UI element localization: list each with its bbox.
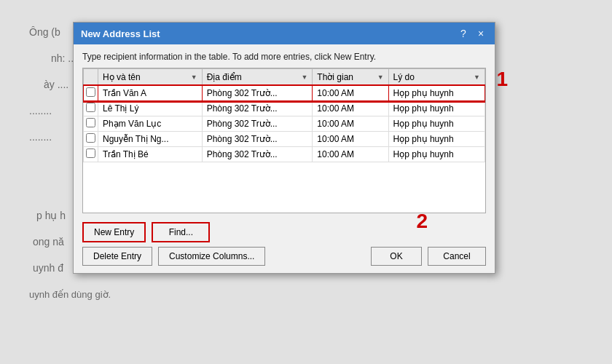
row-3-checkbox-cell bbox=[84, 132, 98, 147]
new-address-list-dialog: New Address List ? × Type recipient info… bbox=[73, 22, 495, 274]
col-header-name[interactable]: Họ và tên ▼ bbox=[98, 69, 203, 86]
delete-entry-button[interactable]: Delete Entry bbox=[82, 247, 152, 266]
row-0-cell-thoi_gian: 10:00 AM bbox=[313, 86, 388, 101]
row-3-cell-ly_do: Họp phụ huynh bbox=[388, 132, 484, 147]
titlebar-controls: ? × bbox=[457, 27, 487, 40]
table-row[interactable]: Phạm Văn LụcPhòng 302 Trườ...10:00 AMHọp… bbox=[84, 116, 485, 132]
address-table: Họ và tên ▼ Địa điểm ▼ bbox=[83, 68, 485, 162]
btn-right-group: 2 OK Cancel bbox=[371, 247, 486, 266]
table-body: Trần Văn APhòng 302 Trườ...10:00 AMHọp p… bbox=[84, 86, 485, 162]
row-1-cell-thoi_gian: 10:00 AM bbox=[313, 101, 388, 116]
new-entry-button[interactable]: New Entry bbox=[82, 222, 146, 242]
help-button[interactable]: ? bbox=[457, 27, 470, 40]
col-location-arrow: ▼ bbox=[301, 74, 307, 81]
row-1-cell-ly_do: Họp phụ huynh bbox=[388, 101, 484, 116]
row-0-checkbox-cell bbox=[84, 86, 98, 101]
row-0-checkbox[interactable] bbox=[86, 87, 95, 97]
row-2-cell-ly_do: Họp phụ huynh bbox=[388, 116, 484, 132]
table-wrapper: Họ và tên ▼ Địa điểm ▼ bbox=[82, 68, 486, 213]
col-header-time[interactable]: Thời gian ▼ bbox=[313, 69, 388, 86]
table-header-row: Họ và tên ▼ Địa điểm ▼ bbox=[84, 69, 485, 86]
row-0-cell-ho_va_ten: Trần Văn A bbox=[98, 86, 203, 101]
row-0-cell-dia_diem: Phòng 302 Trườ... bbox=[202, 86, 313, 101]
dialog-title: New Address List bbox=[81, 28, 160, 39]
dialog-body: Type recipient information in the table.… bbox=[74, 44, 495, 273]
row-1-checkbox-cell bbox=[84, 101, 98, 116]
row-4-cell-thoi_gian: 10:00 AM bbox=[313, 147, 388, 162]
row-1-cell-dia_diem: Phòng 302 Trườ... bbox=[202, 101, 313, 116]
cancel-button[interactable]: Cancel bbox=[428, 247, 486, 266]
data-table-container: Họ và tên ▼ Địa điểm ▼ bbox=[82, 68, 486, 213]
row-0-cell-ly_do: Họp phụ huynh bbox=[388, 86, 484, 101]
annotation-1: 1 bbox=[496, 68, 508, 91]
row-1-cell-ho_va_ten: Lê Thị Lý bbox=[98, 101, 203, 116]
instruction-text: Type recipient information in the table.… bbox=[82, 52, 486, 62]
row-3-cell-ho_va_ten: Nguyễn Thị Ng... bbox=[98, 132, 203, 147]
customize-columns-button[interactable]: Customize Columns... bbox=[158, 247, 265, 266]
row-4-cell-dia_diem: Phòng 302 Trườ... bbox=[202, 147, 313, 162]
row-3-checkbox[interactable] bbox=[86, 133, 95, 143]
ok-button[interactable]: OK bbox=[371, 247, 422, 266]
row-3-cell-dia_diem: Phòng 302 Trườ... bbox=[202, 132, 313, 147]
row-4-checkbox[interactable] bbox=[86, 149, 95, 158]
col-header-location[interactable]: Địa điểm ▼ bbox=[202, 69, 313, 86]
table-row[interactable]: Lê Thị LýPhòng 302 Trườ...10:00 AMHọp ph… bbox=[84, 101, 485, 116]
table-row[interactable]: Trần Văn APhòng 302 Trườ...10:00 AMHọp p… bbox=[84, 86, 485, 101]
row-2-checkbox-cell bbox=[84, 116, 98, 132]
row-2-cell-dia_diem: Phòng 302 Trườ... bbox=[202, 116, 313, 132]
row-2-cell-thoi_gian: 10:00 AM bbox=[313, 116, 388, 132]
checkbox-header bbox=[84, 69, 98, 86]
find-button[interactable]: Find... bbox=[152, 222, 210, 242]
row-2-cell-ho_va_ten: Phạm Văn Lục bbox=[98, 116, 203, 132]
row-4-checkbox-cell bbox=[84, 147, 98, 162]
btn-left-group: Delete Entry Customize Columns... bbox=[82, 247, 265, 266]
table-row[interactable]: Trần Thị BéPhòng 302 Trườ...10:00 AMHọp … bbox=[84, 147, 485, 162]
col-name-arrow: ▼ bbox=[191, 74, 197, 81]
button-row-2: Delete Entry Customize Columns... 2 OK C… bbox=[82, 247, 486, 266]
annotation-2: 2 bbox=[416, 210, 428, 233]
close-button[interactable]: × bbox=[474, 27, 487, 40]
row-1-checkbox[interactable] bbox=[86, 103, 95, 112]
dialog-titlebar: New Address List ? × bbox=[74, 23, 495, 44]
table-row[interactable]: Nguyễn Thị Ng...Phòng 302 Trườ...10:00 A… bbox=[84, 132, 485, 147]
row-2-checkbox[interactable] bbox=[86, 118, 95, 127]
row-3-cell-thoi_gian: 10:00 AM bbox=[313, 132, 388, 147]
row-4-cell-ho_va_ten: Trần Thị Bé bbox=[98, 147, 203, 162]
col-header-reason[interactable]: Lý do ▼ bbox=[388, 69, 484, 86]
col-reason-arrow: ▼ bbox=[474, 74, 480, 81]
row-4-cell-ly_do: Họp phụ huynh bbox=[388, 147, 484, 162]
col-time-arrow: ▼ bbox=[377, 74, 384, 81]
